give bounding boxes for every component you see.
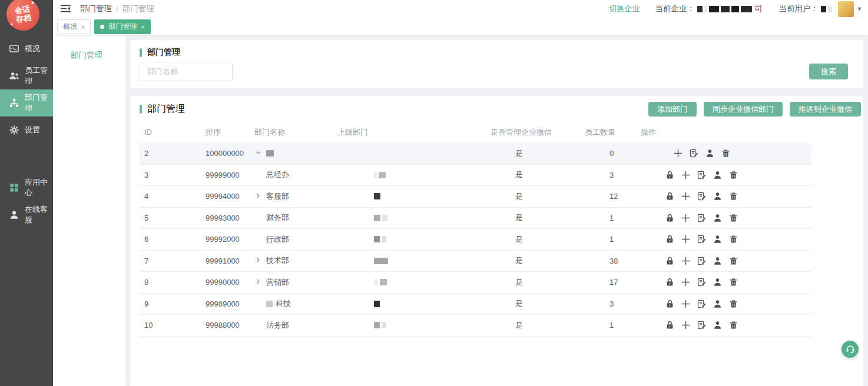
caret-right-icon[interactable]: [254, 278, 262, 287]
cell-parent-department: [333, 301, 486, 307]
department-name-text: 法务部: [266, 320, 289, 331]
tab-close-icon[interactable]: ×: [81, 24, 85, 31]
table-row: 899990000营销部是17: [140, 272, 811, 294]
cell-employee-count: 1: [580, 321, 636, 330]
redacted-block: [382, 215, 387, 221]
subsidebar-item-部门管理[interactable]: 部门管理: [53, 36, 125, 61]
edit-icon[interactable]: [697, 191, 707, 201]
trash-icon[interactable]: [728, 213, 738, 223]
trash-icon[interactable]: [728, 299, 738, 309]
lock-icon[interactable]: [665, 256, 675, 266]
cell-id: 7: [140, 257, 201, 265]
main-content: 部门管理 搜索 部门管理 添加部门同步企业微信部门推送到企业微信 ID排序部门名…: [125, 36, 868, 386]
user-icon[interactable]: [713, 191, 723, 201]
user-icon[interactable]: [713, 234, 723, 244]
department-name-text: 财务部: [266, 212, 289, 223]
sidebar-item-chart[interactable]: 概况: [0, 35, 53, 62]
lock-icon[interactable]: [665, 191, 675, 201]
plus-icon[interactable]: [681, 320, 691, 330]
lock-icon[interactable]: [665, 234, 675, 244]
caret-right-icon[interactable]: [254, 256, 262, 265]
sidebar-item-service[interactable]: 在线客服: [0, 201, 53, 228]
online-help-button[interactable]: [842, 341, 859, 358]
caret-down-icon[interactable]: [254, 149, 262, 158]
plus-icon[interactable]: [673, 148, 683, 158]
edit-icon[interactable]: [697, 256, 707, 266]
user-dropdown-caret-icon[interactable]: ▼: [857, 6, 862, 12]
redacted-name-block: [266, 301, 273, 307]
table-button-同步企业微信部门[interactable]: 同步企业微信部门: [704, 102, 783, 117]
cell-department-name: 技术部: [250, 255, 333, 266]
cell-id: 4: [140, 192, 201, 201]
lock-icon[interactable]: [665, 299, 675, 309]
user-avatar[interactable]: [838, 1, 854, 17]
user-icon[interactable]: [713, 170, 723, 180]
user-icon[interactable]: [705, 148, 715, 158]
logo-area: 会话 存档: [0, 0, 53, 35]
sidebar-item-gear[interactable]: 设置: [0, 117, 53, 144]
sidebar-item-org[interactable]: 部门管理: [0, 89, 53, 117]
logo-spark-icon: [11, 24, 12, 25]
collapse-menu-icon[interactable]: [60, 3, 72, 15]
tab-概况[interactable]: 概况×: [57, 19, 91, 34]
trash-icon[interactable]: [728, 234, 738, 244]
table-title-text: 部门管理: [147, 103, 185, 115]
caret-right-icon[interactable]: [254, 192, 262, 201]
cell-actions: [636, 170, 811, 180]
redacted-block: [697, 6, 703, 12]
edit-icon[interactable]: [697, 170, 707, 180]
sidebar-item-label: 员工管理: [25, 65, 53, 86]
edit-icon[interactable]: [697, 277, 707, 287]
plus-icon[interactable]: [681, 191, 691, 201]
breadcrumb-root[interactable]: 部门管理: [80, 4, 112, 14]
redacted-block: [704, 6, 707, 12]
plus-icon[interactable]: [681, 170, 691, 180]
cell-id: 9: [140, 300, 201, 308]
redacted-block: [382, 322, 386, 328]
redacted-block: [721, 6, 730, 12]
redacted-parent-block: [374, 172, 386, 178]
search-button[interactable]: 搜索: [809, 64, 848, 79]
lock-icon[interactable]: [665, 170, 675, 180]
redacted-parent-block: [374, 301, 380, 307]
user-icon[interactable]: [713, 299, 723, 309]
redacted-parent-block: [374, 193, 380, 199]
plus-icon[interactable]: [681, 234, 691, 244]
plus-icon[interactable]: [681, 299, 691, 309]
trash-icon[interactable]: [728, 277, 738, 287]
sidebar-item-users[interactable]: 员工管理: [0, 62, 53, 89]
column-header: 排序: [201, 127, 250, 138]
edit-icon[interactable]: [697, 299, 707, 309]
edit-icon[interactable]: [697, 320, 707, 330]
user-icon[interactable]: [713, 256, 723, 266]
user-icon[interactable]: [713, 213, 723, 223]
cell-id: 5: [140, 214, 201, 222]
cell-employee-count: 12: [580, 192, 636, 201]
department-name-text: 营销部: [266, 277, 289, 288]
lock-icon[interactable]: [665, 213, 675, 223]
trash-icon[interactable]: [728, 170, 738, 180]
sidebar-item-apps[interactable]: 应用中心: [0, 174, 53, 201]
lock-icon[interactable]: [665, 320, 675, 330]
tab-close-icon[interactable]: ×: [141, 24, 144, 31]
cell-actions: [636, 256, 811, 266]
plus-icon[interactable]: [681, 213, 691, 223]
plus-icon[interactable]: [681, 277, 691, 287]
lock-icon[interactable]: [665, 277, 675, 287]
plus-icon[interactable]: [681, 256, 691, 266]
edit-icon[interactable]: [697, 234, 707, 244]
trash-icon[interactable]: [728, 191, 738, 201]
edit-icon[interactable]: [697, 213, 707, 223]
tab-部门管理[interactable]: 部门管理×: [94, 19, 150, 34]
sidebar-item-label: 应用中心: [25, 177, 53, 198]
trash-icon[interactable]: [728, 320, 738, 330]
trash-icon[interactable]: [728, 256, 738, 266]
trash-icon[interactable]: [721, 148, 731, 158]
switch-company-link[interactable]: 切换企业: [609, 4, 640, 14]
table-button-推送到企业微信[interactable]: 推送到企业微信: [790, 102, 861, 117]
department-name-input[interactable]: [140, 62, 233, 81]
table-button-添加部门[interactable]: 添加部门: [648, 102, 697, 117]
user-icon[interactable]: [713, 320, 723, 330]
edit-icon[interactable]: [689, 148, 699, 158]
user-icon[interactable]: [713, 277, 723, 287]
